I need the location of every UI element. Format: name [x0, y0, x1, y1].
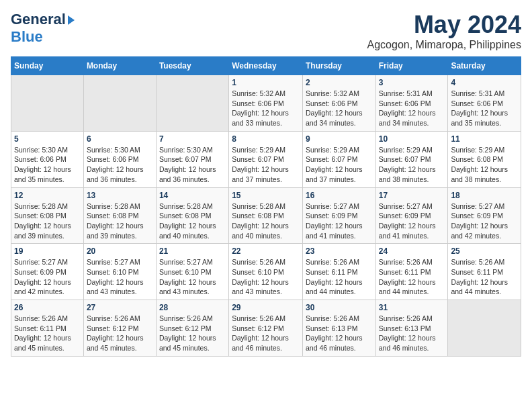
day-number: 24	[379, 246, 445, 256]
day-number: 1	[232, 78, 300, 87]
day-number: 7	[159, 134, 226, 144]
day-info: Sunrise: 5:29 AM Sunset: 6:07 PM Dayligh…	[379, 145, 445, 185]
calendar-cell: 10Sunrise: 5:29 AM Sunset: 6:07 PM Dayli…	[375, 131, 448, 187]
day-info: Sunrise: 5:26 AM Sunset: 6:11 PM Dayligh…	[14, 314, 81, 353]
logo-general: General	[11, 11, 66, 28]
page-subtitle: Agcogon, Mimaropa, Philippines	[367, 39, 521, 51]
day-number: 6	[87, 134, 153, 144]
day-info: Sunrise: 5:30 AM Sunset: 6:06 PM Dayligh…	[14, 145, 81, 185]
day-number: 10	[379, 134, 445, 144]
day-info: Sunrise: 5:26 AM Sunset: 6:11 PM Dayligh…	[379, 257, 445, 297]
calendar-cell: 6Sunrise: 5:30 AM Sunset: 6:06 PM Daylig…	[83, 131, 156, 187]
calendar-day-header: Thursday	[302, 57, 375, 75]
calendar-cell: 1Sunrise: 5:32 AM Sunset: 6:06 PM Daylig…	[229, 75, 303, 132]
calendar-week-row: 19Sunrise: 5:27 AM Sunset: 6:09 PM Dayli…	[11, 244, 521, 300]
calendar-cell: 15Sunrise: 5:28 AM Sunset: 6:08 PM Dayli…	[229, 187, 303, 244]
calendar-table: SundayMondayTuesdayWednesdayThursdayFrid…	[11, 56, 521, 357]
calendar-week-row: 12Sunrise: 5:28 AM Sunset: 6:08 PM Dayli…	[11, 187, 521, 244]
day-info: Sunrise: 5:32 AM Sunset: 6:06 PM Dayligh…	[232, 89, 300, 128]
day-number: 25	[451, 246, 518, 256]
calendar-cell	[156, 75, 228, 132]
day-info: Sunrise: 5:26 AM Sunset: 6:13 PM Dayligh…	[306, 314, 373, 353]
calendar-cell: 19Sunrise: 5:27 AM Sunset: 6:09 PM Dayli…	[11, 244, 84, 300]
day-info: Sunrise: 5:28 AM Sunset: 6:08 PM Dayligh…	[232, 201, 300, 241]
day-info: Sunrise: 5:26 AM Sunset: 6:13 PM Dayligh…	[379, 314, 445, 353]
title-area: May 2024 Agcogon, Mimaropa, Philippines	[367, 11, 521, 51]
calendar-cell: 8Sunrise: 5:29 AM Sunset: 6:07 PM Daylig…	[229, 131, 303, 187]
day-number: 18	[451, 191, 518, 200]
day-info: Sunrise: 5:26 AM Sunset: 6:12 PM Dayligh…	[232, 314, 300, 353]
day-number: 4	[451, 78, 518, 87]
logo-arrow-icon	[68, 15, 75, 25]
day-number: 27	[87, 303, 153, 312]
day-number: 31	[379, 303, 445, 312]
calendar-header-row: SundayMondayTuesdayWednesdayThursdayFrid…	[11, 57, 521, 75]
day-number: 13	[87, 191, 153, 200]
day-info: Sunrise: 5:27 AM Sunset: 6:09 PM Dayligh…	[14, 257, 81, 297]
calendar-cell: 4Sunrise: 5:31 AM Sunset: 6:06 PM Daylig…	[448, 75, 521, 132]
day-info: Sunrise: 5:26 AM Sunset: 6:11 PM Dayligh…	[306, 257, 373, 297]
day-number: 28	[159, 303, 226, 312]
day-number: 17	[379, 191, 445, 200]
calendar-week-row: 26Sunrise: 5:26 AM Sunset: 6:11 PM Dayli…	[11, 300, 521, 357]
calendar-day-header: Wednesday	[229, 57, 303, 75]
day-info: Sunrise: 5:30 AM Sunset: 6:07 PM Dayligh…	[159, 145, 226, 185]
calendar-cell: 12Sunrise: 5:28 AM Sunset: 6:08 PM Dayli…	[11, 187, 84, 244]
day-number: 11	[451, 134, 518, 144]
day-number: 19	[14, 246, 81, 256]
day-info: Sunrise: 5:28 AM Sunset: 6:08 PM Dayligh…	[87, 201, 153, 241]
day-info: Sunrise: 5:31 AM Sunset: 6:06 PM Dayligh…	[379, 89, 445, 128]
day-info: Sunrise: 5:29 AM Sunset: 6:07 PM Dayligh…	[232, 145, 300, 185]
day-info: Sunrise: 5:30 AM Sunset: 6:06 PM Dayligh…	[87, 145, 153, 185]
calendar-cell: 16Sunrise: 5:27 AM Sunset: 6:09 PM Dayli…	[302, 187, 375, 244]
day-number: 21	[159, 246, 226, 256]
day-info: Sunrise: 5:27 AM Sunset: 6:09 PM Dayligh…	[306, 201, 373, 241]
day-number: 15	[232, 191, 300, 200]
day-number: 14	[159, 191, 226, 200]
calendar-cell: 17Sunrise: 5:27 AM Sunset: 6:09 PM Dayli…	[375, 187, 448, 244]
page-header: General Blue May 2024 Agcogon, Mimaropa,…	[11, 11, 521, 51]
day-info: Sunrise: 5:29 AM Sunset: 6:07 PM Dayligh…	[306, 145, 373, 185]
day-info: Sunrise: 5:27 AM Sunset: 6:09 PM Dayligh…	[451, 201, 518, 241]
day-number: 3	[379, 78, 445, 87]
calendar-cell	[83, 75, 156, 132]
calendar-week-row: 5Sunrise: 5:30 AM Sunset: 6:06 PM Daylig…	[11, 131, 521, 187]
calendar-cell: 24Sunrise: 5:26 AM Sunset: 6:11 PM Dayli…	[375, 244, 448, 300]
day-number: 12	[14, 191, 81, 200]
calendar-cell: 20Sunrise: 5:27 AM Sunset: 6:10 PM Dayli…	[83, 244, 156, 300]
day-number: 29	[232, 303, 300, 312]
day-number: 5	[14, 134, 81, 144]
calendar-cell: 26Sunrise: 5:26 AM Sunset: 6:11 PM Dayli…	[11, 300, 84, 357]
calendar-cell: 21Sunrise: 5:27 AM Sunset: 6:10 PM Dayli…	[156, 244, 228, 300]
calendar-day-header: Tuesday	[156, 57, 228, 75]
day-number: 23	[306, 246, 373, 256]
day-number: 26	[14, 303, 81, 312]
calendar-cell: 28Sunrise: 5:26 AM Sunset: 6:12 PM Dayli…	[156, 300, 228, 357]
day-info: Sunrise: 5:28 AM Sunset: 6:08 PM Dayligh…	[14, 201, 81, 241]
day-number: 2	[306, 78, 373, 87]
calendar-day-header: Friday	[375, 57, 448, 75]
calendar-day-header: Monday	[83, 57, 156, 75]
day-info: Sunrise: 5:29 AM Sunset: 6:08 PM Dayligh…	[451, 145, 518, 185]
day-info: Sunrise: 5:26 AM Sunset: 6:12 PM Dayligh…	[87, 314, 153, 353]
calendar-cell: 5Sunrise: 5:30 AM Sunset: 6:06 PM Daylig…	[11, 131, 84, 187]
day-number: 20	[87, 246, 153, 256]
page-title: May 2024	[367, 11, 521, 39]
calendar-cell: 30Sunrise: 5:26 AM Sunset: 6:13 PM Dayli…	[302, 300, 375, 357]
day-info: Sunrise: 5:28 AM Sunset: 6:08 PM Dayligh…	[159, 201, 226, 241]
day-info: Sunrise: 5:27 AM Sunset: 6:09 PM Dayligh…	[379, 201, 445, 241]
logo-blue: Blue	[11, 28, 43, 45]
day-info: Sunrise: 5:31 AM Sunset: 6:06 PM Dayligh…	[451, 89, 518, 128]
calendar-cell: 9Sunrise: 5:29 AM Sunset: 6:07 PM Daylig…	[302, 131, 375, 187]
day-info: Sunrise: 5:26 AM Sunset: 6:11 PM Dayligh…	[451, 257, 518, 297]
calendar-cell: 2Sunrise: 5:32 AM Sunset: 6:06 PM Daylig…	[302, 75, 375, 132]
calendar-cell: 3Sunrise: 5:31 AM Sunset: 6:06 PM Daylig…	[375, 75, 448, 132]
calendar-cell: 29Sunrise: 5:26 AM Sunset: 6:12 PM Dayli…	[229, 300, 303, 357]
calendar-cell: 22Sunrise: 5:26 AM Sunset: 6:10 PM Dayli…	[229, 244, 303, 300]
logo: General Blue	[11, 11, 75, 46]
day-info: Sunrise: 5:27 AM Sunset: 6:10 PM Dayligh…	[159, 257, 226, 297]
calendar-cell: 13Sunrise: 5:28 AM Sunset: 6:08 PM Dayli…	[83, 187, 156, 244]
day-info: Sunrise: 5:32 AM Sunset: 6:06 PM Dayligh…	[306, 89, 373, 128]
calendar-day-header: Sunday	[11, 57, 84, 75]
calendar-cell: 18Sunrise: 5:27 AM Sunset: 6:09 PM Dayli…	[448, 187, 521, 244]
